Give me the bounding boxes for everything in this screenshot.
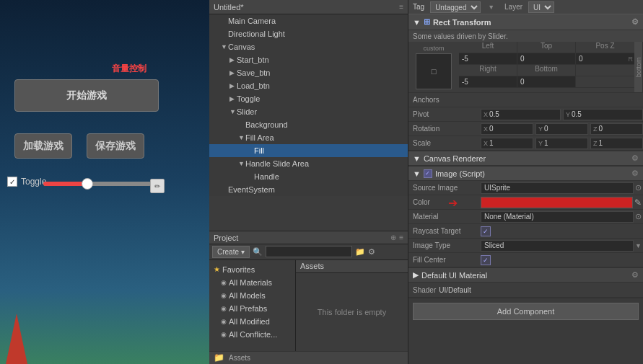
image-type-label: Image Type [408, 241, 481, 249]
anchor-box[interactable]: □ [416, 53, 452, 89]
transform-header-row2: Right Bottom [459, 65, 634, 76]
material-label: Material [408, 213, 481, 221]
project-item-all-modified[interactable]: ◉ All Modified [209, 315, 295, 328]
hierarchy-item-slider[interactable]: ▼ Slider [209, 105, 408, 118]
pivot-y[interactable]: Y 0.5 [563, 109, 643, 120]
inspector-body: ▼ ⊞ Rect Transform ⚙ Some values driven … [408, 14, 643, 364]
material-pick[interactable]: ⊙ [635, 212, 642, 221]
x-axis: X [484, 125, 488, 133]
color-swatch[interactable] [481, 197, 633, 208]
settings-icon[interactable]: ⚙ [631, 17, 639, 27]
color-pick-icon[interactable]: ✎ [634, 197, 642, 208]
project-tree: ★ Favorites ◉ All Materials ◉ All Models… [209, 260, 296, 351]
start-game-button[interactable]: 开始游戏 [14, 79, 159, 112]
settings-icon4[interactable]: ⚙ [631, 270, 639, 280]
load-game-button[interactable]: 加载游戏 [14, 133, 72, 159]
slider-handle[interactable] [82, 178, 93, 190]
section-end-icons2: ⚙ [631, 154, 639, 163]
toggle-checkbox[interactable]: ✓ [7, 177, 17, 187]
rotation-y[interactable]: Y 0 [535, 123, 588, 135]
save-game-button[interactable]: 保存游戏 [87, 133, 144, 159]
fill-center-row: Fill Center ✓ [408, 253, 643, 267]
hierarchy-item-canvas[interactable]: ▼ Canvas [209, 40, 408, 53]
scale-y[interactable]: Y 1 [535, 138, 588, 149]
slider-track[interactable] [43, 182, 152, 186]
canvas-renderer-header: ▼ Canvas Renderer ⚙ [408, 151, 643, 166]
project-item-all-conflicts[interactable]: ◉ All Conflicte... [209, 328, 295, 341]
settings-icon3[interactable]: ⚙ [631, 169, 639, 178]
add-component-button[interactable]: Add Component [413, 303, 639, 320]
item-label: All Models [229, 291, 266, 300]
source-image-pick[interactable]: ⊙ [635, 183, 642, 192]
layer-select[interactable]: UI [528, 1, 554, 13]
hierarchy-item-toggle[interactable]: ▶ Toggle [209, 92, 408, 105]
col-posz: Pos Z [576, 42, 634, 53]
project-item-all-materials[interactable]: ◉ All Materials [209, 276, 295, 289]
inspector-tag-row: Tag Untagged ▼ Layer UI [408, 0, 643, 14]
z-axis: Z [593, 140, 598, 147]
hierarchy-item-event-system[interactable]: EventSystem [209, 183, 408, 196]
z-axis: Z [593, 125, 598, 133]
expand-icon[interactable]: ▼ [413, 18, 421, 27]
scale-x[interactable]: X 1 [481, 138, 533, 149]
assets-header: Assets [296, 260, 408, 273]
fill-center-label: Fill Center [408, 256, 481, 264]
fill-center-checkbox[interactable]: ✓ [481, 255, 491, 265]
arrow-right-icon: ▶ [229, 95, 237, 102]
source-image-value[interactable]: UISprite [481, 182, 634, 194]
val-bottom[interactable]: 0 [517, 76, 576, 88]
val-left[interactable]: -5 [459, 53, 517, 65]
transform-icon: ⊞ [424, 17, 430, 27]
expand-icon[interactable]: ▼ [413, 154, 421, 163]
rect-transform-body: custom □ Left Top Pos Z -5 [408, 42, 643, 93]
hierarchy-item-main-camera[interactable]: Main Camera [209, 14, 408, 27]
settings-icon2[interactable]: ⚙ [631, 154, 639, 163]
project-item-all-models[interactable]: ◉ All Models [209, 289, 295, 302]
image-type-value[interactable]: Sliced [481, 240, 634, 252]
x-axis: X [484, 111, 488, 118]
arrow-down-icon: ▼ [238, 134, 245, 141]
project-menu-icon[interactable]: ≡ [399, 234, 403, 241]
scale-label: Scale [408, 139, 481, 147]
hierarchy-item-directional-light[interactable]: Directional Light [209, 27, 408, 40]
hierarchy-menu-icon[interactable]: ≡ [399, 3, 403, 11]
hierarchy-item-fill-area[interactable]: ▼ Fill Area [209, 131, 408, 144]
val-posz[interactable]: 0 R [576, 53, 634, 65]
hierarchy-item-handle-slide-area[interactable]: ▼ Handle Slide Area [209, 157, 408, 170]
hierarchy-item-handle[interactable]: Handle [209, 170, 408, 183]
rotation-x[interactable]: X 0 [481, 123, 533, 135]
tag-select[interactable]: Untagged [430, 1, 481, 13]
create-button[interactable]: Create ▾ [212, 246, 250, 258]
project-toolbar: Create ▾ 🔍 📁 ⚙ [209, 244, 408, 260]
val-top[interactable]: 0 [517, 53, 576, 65]
project-lock-icon[interactable]: ⊕ [390, 234, 396, 241]
default-material-section: ▶ Default UI Material ⚙ Shader UI/Defaul… [408, 268, 643, 298]
color-row: Color ✎ ➔ [408, 195, 643, 210]
hierarchy-item-save-btn[interactable]: ▶ Save_btn [209, 66, 408, 79]
image-enabled-checkbox[interactable]: ✓ [424, 169, 432, 178]
expand-icon[interactable]: ▶ [413, 270, 419, 280]
project-search-input[interactable] [266, 246, 352, 257]
circle-icon: ◉ [221, 331, 227, 338]
scale-z[interactable]: Z 1 [590, 138, 643, 149]
project-bottom-bar: 📁 Assets [209, 351, 408, 364]
material-value[interactable]: None (Material) [481, 211, 634, 223]
image-type-dropdown[interactable]: ▼ [635, 242, 642, 249]
val-right[interactable]: -5 [459, 76, 517, 88]
expand-icon[interactable]: ▼ [413, 169, 421, 178]
folder-icon[interactable]: 📁 [355, 247, 365, 257]
project-item-all-prefabs[interactable]: ◉ All Prefabs [209, 302, 295, 315]
hierarchy-item-background[interactable]: Background [209, 118, 408, 131]
options-icon[interactable]: ⚙ [368, 247, 375, 257]
pivot-x[interactable]: X 0.5 [481, 109, 561, 120]
rect-transform-section: ▼ ⊞ Rect Transform ⚙ Some values driven … [408, 14, 643, 151]
hierarchy-item-load-btn[interactable]: ▶ Load_btn [209, 79, 408, 92]
raycast-checkbox[interactable]: ✓ [481, 226, 491, 236]
hierarchy-item-fill[interactable]: Fill [209, 144, 408, 157]
inspector-panel: Tag Untagged ▼ Layer UI ▼ ⊞ Rect Transfo… [408, 0, 643, 364]
project-main-area: Assets This folder is empty [296, 260, 408, 351]
rotation-z[interactable]: Z 0 [590, 123, 643, 135]
hierarchy-item-start-btn[interactable]: ▶ Start_btn [209, 53, 408, 66]
canvas-renderer-title: Canvas Renderer [424, 154, 486, 163]
hierarchy-section: Untitled* ≡ Main Camera Directional Ligh… [209, 0, 408, 231]
